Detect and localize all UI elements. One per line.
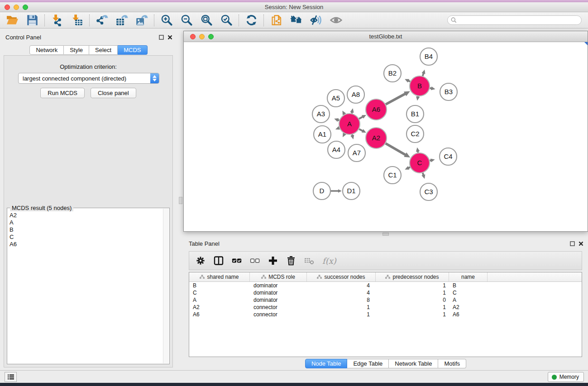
open-session-icon xyxy=(6,14,19,26)
tab-network[interactable]: Network xyxy=(29,45,64,55)
network-window-title: testGlobe.txt xyxy=(184,33,588,40)
column-header-label: shared name xyxy=(207,274,239,280)
close-panel-icon[interactable] xyxy=(167,35,172,40)
column-header-predecessor-nodes[interactable]: predecessor nodes xyxy=(376,272,449,281)
table-row[interactable]: Cdominator41C xyxy=(189,289,582,296)
toolbar-group xyxy=(244,14,259,27)
column-header-MCDS-role[interactable]: MCDS role xyxy=(250,272,307,281)
horizontal-splitter-handle[interactable] xyxy=(382,233,389,236)
delete-column-button[interactable] xyxy=(286,256,296,266)
network-window-titlebar[interactable]: testGlobe.txt xyxy=(184,31,588,42)
table-panel-controls xyxy=(570,241,583,246)
add-column-button[interactable] xyxy=(268,256,278,266)
toolbar-group xyxy=(94,14,149,27)
table-cell: 1 xyxy=(376,289,449,296)
tab-node-table[interactable]: Node Table xyxy=(305,359,348,368)
edge-arrowhead xyxy=(416,148,420,152)
import-network-button[interactable] xyxy=(49,14,65,27)
tab-network-table[interactable]: Network Table xyxy=(389,359,438,368)
function-builder-button[interactable]: f(x) xyxy=(322,256,336,266)
deselect-all-button[interactable] xyxy=(250,256,260,266)
vertical-splitter-handle[interactable] xyxy=(179,197,182,204)
mcds-result-item[interactable]: C xyxy=(8,234,162,241)
app-titlebar[interactable]: Session: New Session xyxy=(0,2,588,12)
table-row[interactable]: A6connector11A6 xyxy=(189,311,582,318)
duplicate-network-button[interactable] xyxy=(268,14,284,27)
edge-A2-C[interactable] xyxy=(386,143,406,155)
tab-edge-table[interactable]: Edge Table xyxy=(347,359,389,368)
close-panel-button[interactable]: Close panel xyxy=(91,88,136,98)
zoom-out-button[interactable] xyxy=(179,14,194,27)
column-visibility-button[interactable] xyxy=(214,256,224,266)
edge-A-A6[interactable] xyxy=(359,117,363,119)
edge-A-A2[interactable] xyxy=(359,129,363,131)
network-graph[interactable]: AA1A2A3A4A5A6A7A8BB1B2B3B4CC1C2C3C4DD1 xyxy=(184,42,588,231)
task-history-button[interactable] xyxy=(5,372,17,382)
mcds-panel: Optimization criterion: largest connecte… xyxy=(4,55,173,367)
zoom-in-button[interactable] xyxy=(159,14,174,27)
table-row[interactable]: Adominator80A xyxy=(189,296,582,304)
mcds-result-list[interactable]: A2ABCA6 xyxy=(8,212,162,363)
column-header-shared-name[interactable]: shared name xyxy=(189,272,250,281)
toolbar-separator xyxy=(44,14,45,26)
network-canvas[interactable]: AA1A2A3A4A5A6A7A8BB1B2B3B4CC1C2C3C4DD1 xyxy=(184,42,588,231)
memory-button[interactable]: Memory xyxy=(548,372,584,382)
column-header-label: MCDS role xyxy=(268,274,295,280)
node-label-C3: C3 xyxy=(424,188,433,195)
import-table-button[interactable] xyxy=(69,14,85,27)
node-table-header[interactable]: shared nameMCDS rolesuccessor nodesprede… xyxy=(189,272,582,282)
dropdown-stepper-icon xyxy=(150,73,159,83)
graphics-details-button[interactable] xyxy=(308,14,324,27)
table-panel-title: Table Panel xyxy=(189,240,220,247)
table-row[interactable]: Bdominator41B xyxy=(189,282,582,289)
node-table[interactable]: shared nameMCDS rolesuccessor nodesprede… xyxy=(189,272,582,357)
table-panel: Table Panel f(x) shared nameMCDS rolesuc… xyxy=(183,237,588,372)
mcds-result-item[interactable]: A2 xyxy=(8,212,162,219)
edge-A6-B[interactable] xyxy=(386,94,406,105)
mcds-result-item[interactable]: A6 xyxy=(8,241,162,248)
tab-mcds[interactable]: MCDS xyxy=(118,45,147,55)
zoom-fit-button[interactable] xyxy=(199,14,214,27)
column-header-successor-nodes[interactable]: successor nodes xyxy=(307,272,376,281)
save-session-button[interactable] xyxy=(24,14,40,27)
export-image-button[interactable] xyxy=(134,14,149,27)
table-settings-icon xyxy=(196,256,206,266)
tab-motifs[interactable]: Motifs xyxy=(438,359,466,368)
open-session-button[interactable] xyxy=(5,14,20,27)
zoom-fit-icon xyxy=(201,14,213,26)
home-button[interactable] xyxy=(288,14,304,27)
cytoscape-app-window: Session: New Session Control Panel Netwo… xyxy=(0,2,588,383)
table-cell: connector xyxy=(250,304,307,311)
column-visibility-icon xyxy=(214,256,224,266)
table-cell: 1 xyxy=(376,311,449,318)
result-list-scrollbar[interactable] xyxy=(163,209,169,363)
criterion-dropdown[interactable]: largest connected component (directed) xyxy=(18,73,159,84)
table-settings-button[interactable] xyxy=(196,256,206,266)
float-panel-icon[interactable] xyxy=(159,35,164,40)
delete-table-button[interactable] xyxy=(304,256,314,266)
table-cell: 0 xyxy=(376,296,449,304)
export-network-button[interactable] xyxy=(94,14,110,27)
refresh-button[interactable] xyxy=(244,14,259,27)
refresh-icon xyxy=(245,14,258,26)
search-input[interactable] xyxy=(457,17,581,24)
table-cell: A2 xyxy=(449,304,488,311)
zoom-selected-button[interactable] xyxy=(219,14,234,27)
tab-style[interactable]: Style xyxy=(64,45,89,55)
float-table-panel-icon[interactable] xyxy=(570,241,575,246)
edge-B-B4[interactable] xyxy=(423,73,424,76)
run-mcds-button[interactable]: Run MCDS xyxy=(40,88,85,98)
search-box[interactable] xyxy=(447,15,582,25)
tab-select[interactable]: Select xyxy=(89,45,118,55)
table-cell: C xyxy=(449,289,488,296)
mcds-result-item[interactable]: B xyxy=(8,226,162,234)
column-header-name[interactable]: name xyxy=(449,272,488,281)
birds-eye-view-button[interactable] xyxy=(328,14,344,27)
column-type-icon xyxy=(385,275,390,279)
mcds-result-item[interactable]: A xyxy=(8,219,162,226)
close-table-panel-icon[interactable] xyxy=(578,241,583,246)
table-row[interactable]: A2connector11A2 xyxy=(189,304,582,311)
toolbar-group xyxy=(5,14,40,27)
select-all-button[interactable] xyxy=(232,256,242,266)
export-table-button[interactable] xyxy=(114,14,129,27)
